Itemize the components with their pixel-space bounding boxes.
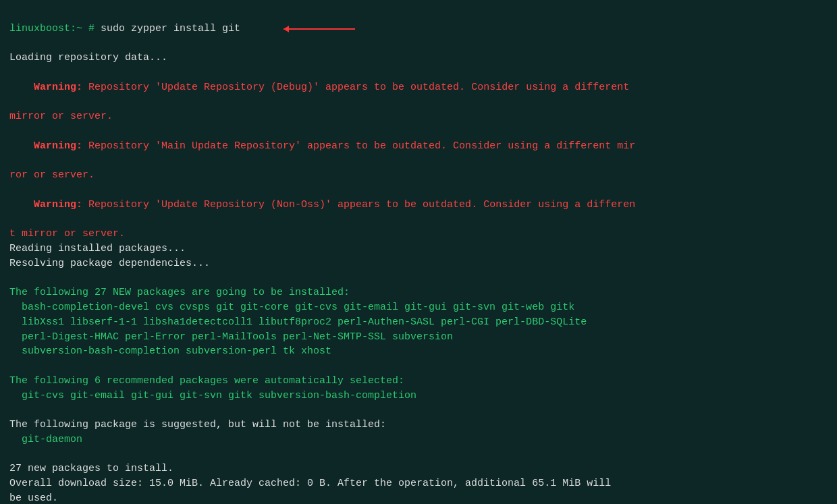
blank-2	[9, 359, 828, 374]
warning-overflow-2: ror or server.	[9, 168, 828, 183]
warning-line-3: Warning: Repository 'Update Repository (…	[9, 183, 828, 227]
warning-text-2: Repository 'Main Update Repository' appe…	[82, 140, 635, 152]
recommended-packages: git-cvs git-email git-gui git-svn gitk s…	[9, 389, 828, 403]
warning-label-2: Warning:	[34, 140, 82, 152]
blank-4	[9, 447, 828, 462]
new-packages-header: The following 27 NEW packages are going …	[9, 285, 828, 300]
new-packages-2: libXss1 libserf-1-1 libsha1detectcoll1 l…	[9, 315, 828, 330]
resolving-line: Resolving package dependencies...	[9, 256, 828, 271]
warning-label-1: Warning:	[34, 82, 82, 93]
warning-line-2: Warning: Repository 'Main Update Reposit…	[9, 124, 828, 168]
blank-1	[9, 271, 828, 286]
new-packages-count: 27 new packages to install.	[9, 461, 828, 476]
blank-3	[9, 403, 828, 418]
new-packages-1: bash-completion-devel cvs cvsps git git-…	[9, 300, 828, 315]
warning-text-1: Repository 'Update Repository (Debug)' a…	[82, 82, 629, 93]
warning-line-1: Warning: Repository 'Update Repository (…	[9, 65, 828, 109]
suggested-header: The following package is suggested, but …	[9, 418, 828, 432]
download-size-line: Overall download size: 15.0 MiB. Already…	[9, 476, 828, 491]
warning-label-3: Warning:	[34, 199, 82, 211]
loading-line: Loading repository data...	[9, 51, 828, 65]
reading-line: Reading installed packages...	[9, 242, 828, 256]
new-packages-4: subversion-bash-completion subversion-pe…	[9, 344, 828, 359]
command-prompt-line: linuxboost:~ # sudo zypper install git	[9, 7, 828, 51]
warning-text-3: Repository 'Update Repository (Non-Oss)'…	[82, 199, 635, 211]
command-text: sudo zypper install git	[101, 22, 240, 36]
download-size-overflow: be used.	[9, 491, 828, 504]
new-packages-3: perl-Digest-HMAC perl-Error perl-MailToo…	[9, 330, 828, 345]
recommended-header: The following 6 recommended packages wer…	[9, 374, 828, 389]
warning-overflow-3: t mirror or server.	[9, 227, 828, 242]
warning-overflow-1: mirror or server.	[9, 109, 828, 124]
prompt-text: linuxboost:~ #	[9, 22, 101, 36]
terminal-window: linuxboost:~ # sudo zypper install git L…	[0, 0, 837, 504]
svg-marker-1	[284, 26, 289, 32]
arrow-indicator-1	[244, 7, 362, 51]
suggested-package: git-daemon	[9, 432, 828, 447]
